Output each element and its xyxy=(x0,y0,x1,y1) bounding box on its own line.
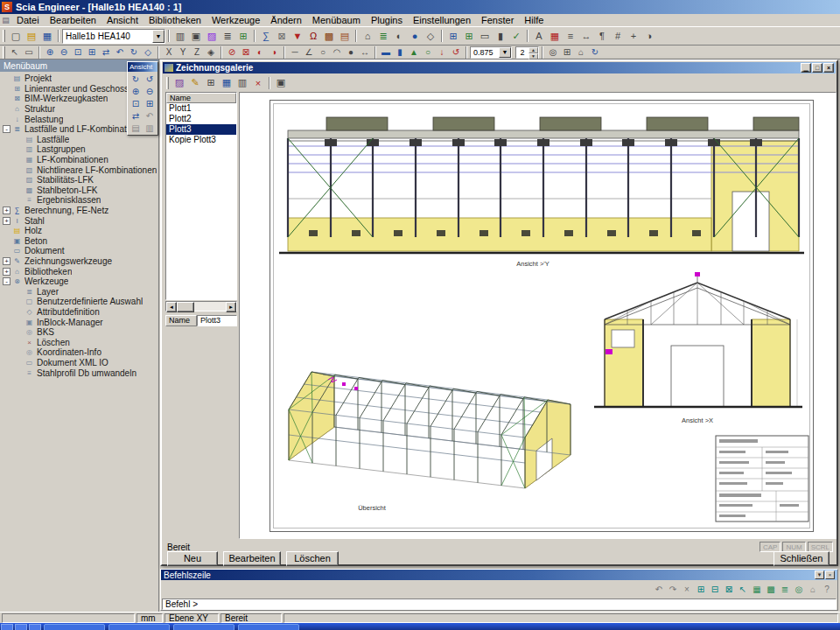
escape-icon[interactable]: × xyxy=(680,583,694,596)
check-icon[interactable]: ✓ xyxy=(508,29,524,44)
zoom-out-icon[interactable]: ⊖ xyxy=(143,85,157,97)
line-icon[interactable]: ─ xyxy=(288,46,302,59)
zoom-window-icon[interactable]: ⊡ xyxy=(71,46,85,59)
new-button[interactable]: Neu xyxy=(167,551,218,566)
taskbar-button[interactable] xyxy=(173,624,234,630)
taskbar-button[interactable] xyxy=(108,624,170,630)
gallery-list-header[interactable]: Name xyxy=(166,93,236,103)
circle-icon[interactable]: ○ xyxy=(316,46,330,59)
moment-load-icon[interactable]: ↺ xyxy=(449,46,463,59)
calculation-icon[interactable]: ∑ xyxy=(258,29,274,44)
layers-icon[interactable]: ≣ xyxy=(375,29,391,44)
scrollbar-thumb[interactable] xyxy=(177,302,194,312)
tree-item[interactable]: ▨ Stabilitäts-LFK xyxy=(0,175,158,186)
quick-launch-icon[interactable] xyxy=(29,624,41,630)
menu-item[interactable]: Hilfe xyxy=(519,15,549,25)
visibility-icon[interactable]: ● xyxy=(407,29,423,44)
invert-selection-icon[interactable]: ⊠ xyxy=(722,583,736,596)
dimension-line-icon[interactable]: ↔ xyxy=(358,46,372,59)
gallery-list-hscrollbar[interactable]: ◄ ► xyxy=(165,301,237,312)
view-z-icon[interactable]: Z xyxy=(190,46,204,59)
table-input-icon[interactable]: ⊞ xyxy=(445,29,461,44)
new-icon[interactable]: ▢ xyxy=(8,29,24,44)
transparency-icon[interactable]: ◑ xyxy=(267,46,281,59)
view-y-icon[interactable]: Y xyxy=(176,46,190,59)
axonometric-view-icon[interactable]: ◈ xyxy=(204,46,218,59)
tree-expand-toggle[interactable]: + xyxy=(3,206,10,214)
chevron-down-icon[interactable]: ▼ xyxy=(152,30,164,43)
tree-item[interactable]: ▣ InBlock-Manager xyxy=(0,317,158,327)
tree-item[interactable]: ≣ Layer xyxy=(0,286,158,297)
color-icon[interactable]: ▦ xyxy=(547,29,563,44)
quick-launch-icon[interactable] xyxy=(1,624,13,630)
redraw-icon[interactable]: ↻ xyxy=(127,46,141,59)
print-picture-icon[interactable]: ▥ xyxy=(234,75,250,90)
tree-item[interactable]: ◎ BKS xyxy=(0,327,158,338)
zoom-in-icon[interactable]: ⊕ xyxy=(129,85,143,97)
activity-icon[interactable]: ◐ xyxy=(391,29,407,44)
support-icon[interactable]: ▲ xyxy=(407,46,421,59)
clipboard-icon[interactable]: ▮ xyxy=(493,29,508,44)
pan-icon[interactable]: ⇄ xyxy=(129,109,143,122)
project-combo[interactable]: Halle1b HEA140 ▼ xyxy=(62,29,165,44)
drawing-canvas[interactable]: Ansicht >'Y xyxy=(239,92,836,539)
wizard-icon[interactable]: ▣ xyxy=(273,75,289,90)
orbit-icon[interactable]: ↻ xyxy=(129,73,143,85)
picture-name-field[interactable]: Plott3 xyxy=(197,315,237,326)
document-icon[interactable]: ≣ xyxy=(220,29,235,44)
taskbar-button[interactable] xyxy=(44,624,105,630)
gallery-list-item[interactable]: Kopie Plott3 xyxy=(166,135,236,145)
page-setup-icon[interactable]: ▤ xyxy=(129,122,143,134)
chevron-down-icon[interactable]: ▼ xyxy=(499,47,511,58)
menu-item[interactable]: Bearbeiten xyxy=(45,15,102,25)
menu-item[interactable]: Datei xyxy=(11,15,45,25)
column-icon[interactable]: ▮ xyxy=(393,46,407,59)
zoom-window-icon[interactable]: ⊡ xyxy=(129,97,143,109)
statusbar-plane[interactable]: Ebene XY xyxy=(164,613,219,623)
menu-item[interactable]: Einstellungen xyxy=(408,15,476,25)
deselect-icon[interactable]: ⊟ xyxy=(708,583,722,596)
minimize-button[interactable]: ▁ xyxy=(801,63,811,73)
scroll-left-icon[interactable]: ◄ xyxy=(166,302,177,312)
grid-icon[interactable]: ⊞ xyxy=(560,46,574,59)
menu-item[interactable]: Fenster xyxy=(476,15,519,25)
concrete-check-icon[interactable]: ▩ xyxy=(321,29,337,44)
tree-item[interactable]: ▦ LF-Kombinationen xyxy=(0,155,158,165)
timber-check-icon[interactable]: ▤ xyxy=(337,29,353,44)
node-icon[interactable]: ● xyxy=(344,46,358,59)
clipping-box-icon[interactable]: ⊘ xyxy=(225,46,239,59)
tree-item[interactable]: ◎ Koordinaten-Info xyxy=(0,347,158,358)
save-picture-icon[interactable]: ▦ xyxy=(219,75,234,90)
point-load-icon[interactable]: ↓ xyxy=(435,46,449,59)
spinner-down-icon[interactable]: ▼ xyxy=(528,53,538,60)
command-line-titlebar[interactable]: Befehlszeile ▼× xyxy=(161,570,837,580)
menu-item[interactable]: Bibliotheken xyxy=(144,15,206,25)
zoom-all-icon[interactable]: ⊞ xyxy=(143,97,157,109)
tree-item[interactable]: ▤ Holz xyxy=(0,226,158,236)
label-icon[interactable]: ¶ xyxy=(594,29,610,44)
pin-button[interactable]: ▼ xyxy=(815,570,824,579)
previous-view-icon[interactable]: ↶ xyxy=(143,109,157,122)
tree-item[interactable]: × Löschen xyxy=(0,337,158,347)
redo-icon[interactable]: ↷ xyxy=(666,583,680,596)
gallery-list-item[interactable]: Plott1 xyxy=(166,103,236,114)
previous-view-icon[interactable]: ↶ xyxy=(113,46,127,59)
tree-expand-toggle[interactable]: + xyxy=(3,217,10,225)
delete-picture-icon[interactable]: × xyxy=(250,75,266,90)
menu-item[interactable]: Werkzeuge xyxy=(206,15,265,25)
maximize-button[interactable]: □ xyxy=(812,63,822,73)
font-icon[interactable]: A xyxy=(531,29,547,44)
gallery-list-item[interactable]: Plott3 xyxy=(166,124,236,135)
zoom-in-icon[interactable]: ⊕ xyxy=(43,46,57,59)
delete-button[interactable]: Löschen xyxy=(286,551,339,566)
new-picture-icon[interactable]: ▨ xyxy=(172,75,187,90)
tree-item[interactable]: ≡ Stahlprofil Db umwandeln xyxy=(0,368,158,378)
save-icon[interactable]: ▦ xyxy=(39,29,55,44)
toolbar-grip[interactable] xyxy=(3,30,5,42)
pan-icon[interactable]: ⇄ xyxy=(99,46,113,59)
select-arrow-icon[interactable]: ↖ xyxy=(8,46,22,59)
edit-button[interactable]: Bearbeiten xyxy=(223,551,281,566)
close-button[interactable]: × xyxy=(825,570,835,579)
picture-gallery-icon[interactable]: ▨ xyxy=(204,29,220,44)
table-composer-icon[interactable]: ⊞ xyxy=(235,29,251,44)
